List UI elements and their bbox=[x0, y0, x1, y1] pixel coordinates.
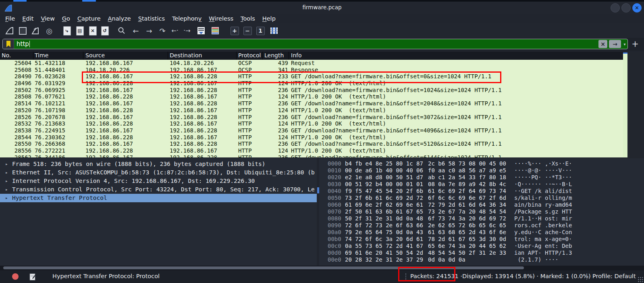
packet-row[interactable]: 28490 76.023628 192.168.86.167 192.168.8… bbox=[0, 73, 623, 80]
packet-row[interactable]: 28514 76.102121 192.168.86.167 192.168.8… bbox=[0, 100, 623, 107]
go-to-packet-icon[interactable]: ↷ bbox=[157, 25, 168, 36]
filter-bookmark-icon[interactable] bbox=[3, 39, 14, 49]
expand-arrow-icon[interactable]: ▸ bbox=[5, 168, 8, 177]
hex-row[interactable]: 00a0 79 2e 65 64 75 0d 0a 43 61 63 68 65… bbox=[319, 229, 644, 236]
hex-bytes-2: 08 0a 7e 89 a9 42 8b 4c bbox=[428, 181, 506, 188]
packet-row[interactable]: 25604 51.432118 192.168.86.167 104.18.20… bbox=[0, 60, 623, 67]
restart-capture-icon[interactable] bbox=[30, 25, 41, 36]
filter-clear-button[interactable]: × bbox=[598, 40, 607, 48]
save-file-icon[interactable]: ▤ bbox=[74, 25, 85, 36]
packet-row[interactable]: 28508 76.077621 192.168.86.228 192.168.8… bbox=[0, 93, 623, 100]
zoom-original-icon[interactable]: 1 bbox=[255, 25, 266, 36]
hex-row[interactable]: 0020 e2 1e a8 d8 00 50 51 d7 ab c1 2a 54… bbox=[319, 174, 644, 181]
next-packet-icon[interactable]: ·→ bbox=[181, 25, 193, 36]
packet-row[interactable]: 25608 51.448401 104.18.20.226 192.168.86… bbox=[0, 67, 623, 73]
minimize-button[interactable] bbox=[611, 3, 620, 13]
packet-row[interactable]: 28538 76.224915 192.168.86.167 192.168.8… bbox=[0, 127, 623, 134]
hex-row[interactable]: 00c0 0a 55 73 65 72 2d 41 67 65 6e 74 3a… bbox=[319, 243, 644, 249]
packet-row[interactable]: 28526 76.207678 192.168.86.167 192.168.8… bbox=[0, 114, 623, 121]
close-file-icon[interactable]: × bbox=[87, 25, 98, 36]
packet-list-scrollbar-minimap[interactable] bbox=[623, 52, 627, 157]
window-controls: ✕ bbox=[611, 3, 642, 13]
menu-item[interactable]: Analyze bbox=[104, 14, 135, 23]
column-time[interactable]: Time bbox=[35, 52, 48, 59]
packet-row[interactable]: 28544 76.230362 192.168.86.228 192.168.8… bbox=[0, 134, 623, 141]
menu-item[interactable]: Tools bbox=[237, 14, 259, 23]
hex-row[interactable]: 00e0 20 28 32 2e 31 2e 37 29 0d 0a 0d 0a… bbox=[319, 256, 644, 263]
expand-arrow-icon[interactable]: ▸ bbox=[5, 194, 8, 202]
column-protocol[interactable]: Protocol bbox=[238, 52, 261, 59]
start-capture-icon[interactable] bbox=[4, 25, 15, 36]
column-no[interactable]: No. bbox=[2, 52, 11, 59]
stop-capture-icon[interactable] bbox=[17, 25, 28, 36]
hex-row[interactable]: 00b0 74 72 6f 6c 3a 20 6d 61 78 2d 61 67… bbox=[319, 236, 644, 243]
status-separator[interactable] bbox=[405, 273, 408, 280]
packet-source: 192.168.86.228 bbox=[85, 93, 133, 100]
auto-scroll-icon[interactable] bbox=[195, 25, 207, 36]
packet-row[interactable]: 28502 76.069925 192.168.86.167 192.168.8… bbox=[0, 87, 623, 94]
horizontal-scrollbar-track[interactable] bbox=[0, 266, 644, 270]
go-back-icon[interactable]: ← bbox=[130, 25, 141, 36]
menu-item[interactable]: View bbox=[37, 14, 58, 23]
menu-item[interactable]: Statistics bbox=[135, 14, 168, 23]
column-destination[interactable]: Destination bbox=[170, 52, 202, 59]
menu-item[interactable]: Capture bbox=[74, 14, 104, 23]
filter-dropdown-caret-icon[interactable]: ▾ bbox=[622, 39, 627, 49]
detail-row[interactable]: ▸ Frame 518: 236 bytes on wire (1888 bit… bbox=[0, 160, 317, 168]
menu-item[interactable]: Telephony bbox=[168, 14, 205, 23]
hex-row[interactable]: 0090 72 6f 72 73 2e 6f 63 66 2e 62 65 72… bbox=[319, 222, 644, 229]
status-profile[interactable]: Profile: Default bbox=[592, 273, 636, 279]
detail-row[interactable]: ▸ Internet Protocol Version 4, Src: 192.… bbox=[0, 177, 317, 185]
find-packet-icon[interactable] bbox=[116, 25, 127, 36]
column-source[interactable]: Source bbox=[85, 52, 105, 59]
zoom-in-icon[interactable]: + bbox=[229, 25, 240, 36]
previous-packet-icon[interactable]: ←· bbox=[169, 25, 181, 36]
horizontal-scrollbar-thumb[interactable] bbox=[3, 266, 524, 269]
packet-row[interactable]: 28562 76.344186 192.168.86.167 192.168.8… bbox=[0, 154, 623, 157]
packet-row[interactable]: 28496 76.031929 192.168.86.228 192.168.8… bbox=[0, 80, 623, 87]
packet-row[interactable]: 28550 76.266368 192.168.86.167 192.168.8… bbox=[0, 140, 623, 147]
window-resize-grip[interactable] bbox=[638, 277, 643, 282]
hex-row[interactable]: 0080 50 2f 31 2e 31 0d 0a 48 6f 73 74 3a… bbox=[319, 215, 644, 222]
packet-row[interactable]: 28532 76.213683 192.168.86.228 192.168.8… bbox=[0, 120, 623, 127]
packet-row[interactable]: 28556 76.272221 192.168.86.228 192.168.8… bbox=[0, 147, 623, 154]
expand-arrow-icon[interactable]: ▸ bbox=[5, 185, 8, 194]
zoom-out-icon[interactable]: − bbox=[242, 25, 253, 36]
expert-info-icon[interactable] bbox=[12, 273, 19, 280]
close-button[interactable]: ✕ bbox=[632, 3, 642, 13]
open-file-icon[interactable]: ⤷ bbox=[61, 25, 73, 36]
hex-row[interactable]: 0060 61 69 6e 2f 62 69 6e 61 72 79 2d 61… bbox=[319, 201, 644, 208]
expand-arrow-icon[interactable]: ▸ bbox=[5, 177, 8, 185]
expand-arrow-icon[interactable]: ▸ bbox=[5, 160, 8, 168]
capture-options-icon[interactable]: ◎ bbox=[44, 25, 55, 36]
status-separator[interactable] bbox=[586, 273, 589, 280]
column-length[interactable]: Length bbox=[264, 52, 284, 59]
detail-row[interactable]: ▸ Transmission Control Protocol, Src Por… bbox=[0, 185, 317, 194]
add-filter-button[interactable]: + bbox=[630, 39, 640, 49]
hex-row[interactable]: 0050 73 2f 6b 61 6c 69 2d 72 6f 6c 6c 69… bbox=[319, 195, 644, 201]
hex-row[interactable]: 0000 b4 fb e4 8e 25 80 1c 87 2c b6 58 73… bbox=[319, 160, 644, 167]
menu-item[interactable]: Go bbox=[58, 14, 74, 23]
menu-item[interactable]: Wireless bbox=[205, 14, 237, 23]
detail-row[interactable]: ▸ Ethernet II, Src: ASUSTekCOMPU_b6:58:7… bbox=[0, 168, 317, 177]
hex-row[interactable]: 00d0 69 61 6e 20 41 50 54 2d 48 54 54 50… bbox=[319, 249, 644, 256]
menu-item[interactable]: Help bbox=[259, 14, 279, 23]
column-info[interactable]: Info bbox=[291, 52, 302, 59]
hex-row[interactable]: 0030 00 51 92 b4 00 00 01 01 08 0a 7e 89… bbox=[319, 181, 644, 188]
packet-row[interactable]: 28520 76.107198 192.168.86.228 192.168.8… bbox=[0, 107, 623, 114]
menu-item[interactable]: File bbox=[2, 14, 19, 23]
display-filter-field[interactable]: http × → ▾ bbox=[2, 39, 628, 49]
maximize-button[interactable] bbox=[621, 3, 631, 13]
hex-row[interactable]: 0010 00 de a6 1b 40 00 40 06 f0 aa c0 a8… bbox=[319, 167, 644, 174]
resize-columns-icon[interactable] bbox=[268, 25, 280, 36]
filter-apply-button[interactable]: → bbox=[609, 40, 621, 48]
detail-row[interactable]: ▸ Hypertext Transfer Protocol bbox=[0, 194, 317, 202]
hex-row[interactable]: 0070 2f 50 61 63 6b 61 67 65 73 2e 67 7a… bbox=[319, 208, 644, 215]
reload-file-icon[interactable]: ↺ bbox=[99, 25, 110, 36]
menu-item[interactable]: Edit bbox=[19, 14, 37, 23]
filter-input[interactable]: http bbox=[14, 39, 598, 49]
hex-row[interactable]: 0040 f9 f5 47 45 54 20 2f 6b 61 6c 69 2f… bbox=[319, 188, 644, 195]
go-forward-icon[interactable]: → bbox=[143, 25, 155, 36]
colorize-packets-icon[interactable] bbox=[210, 25, 221, 36]
capture-comment-icon[interactable] bbox=[29, 273, 36, 281]
